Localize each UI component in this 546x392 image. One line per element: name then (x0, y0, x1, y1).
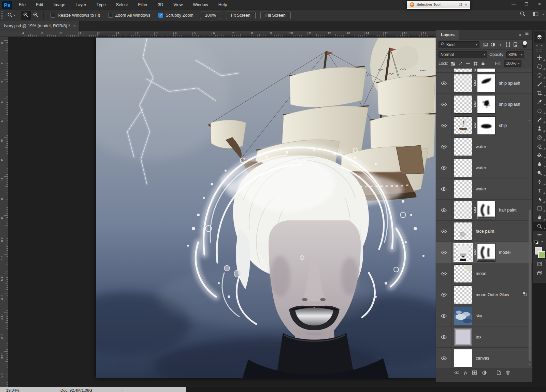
screen-mode-icon[interactable] (533, 268, 546, 277)
layer-thumbnail[interactable] (454, 222, 472, 241)
tab-close-icon[interactable]: × (73, 24, 76, 28)
layer-name[interactable]: water (476, 165, 486, 170)
layer-row-ship[interactable]: ship (436, 115, 532, 136)
eraser-tool[interactable] (533, 142, 546, 151)
default-colors-icon[interactable] (534, 240, 538, 245)
layers-scrollbar[interactable] (529, 210, 531, 361)
background-color-swatch[interactable] (538, 251, 545, 258)
menu-view[interactable]: View (168, 0, 188, 10)
swap-colors-icon[interactable] (540, 240, 545, 245)
pen-tool[interactable] (533, 177, 546, 186)
layer-row-partial[interactable] (436, 69, 532, 73)
layer-row-hair-paint[interactable]: hair paint (436, 200, 532, 221)
menu-type[interactable]: Type (91, 0, 111, 10)
filter-toggle[interactable] (522, 41, 527, 48)
zoom-tool[interactable] (533, 222, 546, 231)
layer-row-water[interactable]: water (436, 136, 532, 157)
lock-position-icon[interactable] (466, 61, 470, 66)
spot-healing-tool[interactable] (533, 106, 546, 115)
dock-collapse-icon[interactable]: » (536, 44, 538, 47)
layer-thumbnail[interactable] (454, 69, 472, 72)
checkbox-scrubby-zoom[interactable]: ✓Scrubby Zoom (158, 13, 193, 18)
layer-row-tex[interactable]: tex (436, 326, 532, 348)
layer-row-sky[interactable]: sky (436, 305, 532, 326)
visibility-eye-icon[interactable] (436, 157, 451, 178)
layer-name[interactable]: ship splash (499, 81, 520, 86)
layer-mask-thumbnail[interactable] (477, 69, 495, 72)
panel-maximize-icon[interactable]: ❐ (459, 3, 462, 6)
layer-row-face-paint[interactable]: face paint (436, 221, 532, 242)
layer-name[interactable]: canvas (476, 356, 489, 361)
document-tab[interactable]: Ivory.psd @ 19% (model, RGB/8) * × (0, 21, 80, 31)
eyedropper-tool[interactable] (533, 98, 546, 106)
scroll-up-icon[interactable]: ⌃ (528, 119, 531, 123)
search-icon[interactable] (520, 11, 526, 18)
document-canvas[interactable] (96, 38, 436, 378)
layer-thumbnail[interactable] (454, 307, 472, 325)
visibility-eye-icon[interactable] (436, 348, 451, 368)
layer-style-icon[interactable]: fx (464, 370, 467, 376)
layer-name[interactable]: ship (499, 123, 507, 128)
lasso-tool[interactable] (533, 71, 546, 80)
fit-screen-button[interactable]: Fit Screen (226, 12, 256, 19)
visibility-eye-icon[interactable] (436, 115, 451, 136)
layer-row-moon[interactable]: moon (436, 263, 532, 284)
layer-row-water[interactable]: water (436, 178, 532, 200)
layer-thumbnail[interactable] (454, 201, 472, 219)
dodge-tool[interactable] (533, 169, 546, 177)
dock-close-icon[interactable]: ✕ (541, 44, 543, 47)
layer-thumbnail[interactable] (454, 159, 472, 177)
layer-row-canvas[interactable]: canvas (436, 348, 532, 368)
layer-name[interactable]: hair paint (499, 208, 516, 213)
clone-stamp-tool[interactable] (533, 124, 546, 133)
layer-name[interactable]: water (476, 187, 486, 191)
zoom-tool-icon[interactable] (7, 12, 13, 19)
lock-transparency-icon[interactable] (451, 61, 455, 66)
new-layer-icon[interactable] (496, 370, 501, 375)
layer-name[interactable]: water (476, 144, 486, 149)
tool-preset-chevron-icon[interactable]: ▾ (14, 14, 15, 17)
layer-thumbnail[interactable] (454, 74, 472, 92)
workspace-chevron-icon[interactable]: ▾ (542, 13, 544, 16)
lock-paint-icon[interactable] (458, 61, 463, 66)
lock-all-icon[interactable] (481, 61, 485, 66)
checkbox-resize-windows-to-fit[interactable]: Resize Windows to Fit (51, 13, 100, 18)
lock-artboard-icon[interactable] (473, 61, 478, 66)
menu-file[interactable]: File (14, 0, 31, 10)
quick-selection-tool[interactable] (533, 80, 546, 89)
options-bar-grip[interactable] (1, 11, 4, 20)
move-tool[interactable] (533, 53, 546, 62)
layer-row-ship-splash[interactable]: ship splash (436, 73, 532, 94)
paint-bucket-tool[interactable] (533, 151, 546, 160)
visibility-eye-icon[interactable] (436, 178, 451, 199)
visibility-eye-icon[interactable] (436, 221, 451, 242)
blur-tool[interactable] (533, 160, 546, 169)
hand-tool[interactable] (533, 213, 546, 222)
mask-link-icon[interactable] (472, 207, 477, 213)
menu-image[interactable]: Image (48, 0, 71, 10)
panel-menu-icon[interactable] (524, 32, 530, 37)
rectangle-tool[interactable] (533, 204, 546, 213)
blend-mode-dropdown[interactable]: Normal ▾ (439, 51, 487, 58)
checkbox-box[interactable] (51, 13, 55, 18)
layer-name[interactable]: moon Outer Glow (476, 292, 509, 297)
mask-link-icon[interactable] (472, 249, 477, 255)
checkbox-box[interactable]: ✓ (158, 13, 163, 18)
menu-select[interactable]: Select (111, 0, 133, 10)
adjustment-filter-icon[interactable] (489, 41, 497, 48)
pixel-filter-icon[interactable] (482, 41, 489, 48)
menu-edit[interactable]: Edit (31, 0, 48, 10)
collapse-panel-icon[interactable]: » (519, 32, 521, 37)
layer-mask-thumbnail[interactable] (477, 243, 495, 262)
layer-thumbnail[interactable] (454, 95, 472, 114)
layer-row-water[interactable]: water (436, 157, 532, 178)
layer-name[interactable]: sky (476, 314, 482, 318)
minimize-button[interactable]: — (507, 0, 520, 8)
layer-thumbnail[interactable] (454, 137, 472, 156)
restore-button[interactable]: ❐ (520, 0, 533, 8)
layer-row-ship-splash[interactable]: ship splash (436, 94, 532, 115)
menu-help[interactable]: Help (213, 0, 232, 10)
layer-mask-thumbnail[interactable] (477, 116, 495, 135)
horizontal-ruler[interactable]: 432101234567891011121314151617 (8, 31, 436, 37)
checkbox-box[interactable] (108, 13, 113, 18)
